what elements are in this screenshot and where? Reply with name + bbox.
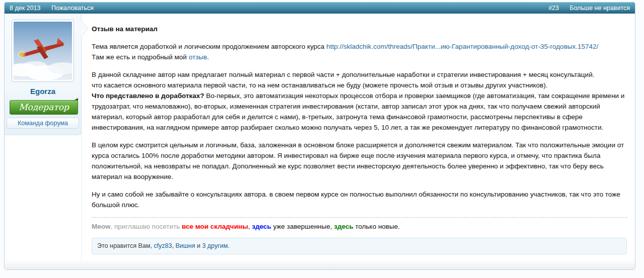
forum-post: 8 дек 2013 Пожаловаться #23 Больше не нр… (4, 2, 635, 270)
signature-link-finished[interactable]: здесь (252, 223, 271, 230)
text-segment: уже завершенные, (271, 223, 334, 230)
liker-link-2[interactable]: Вишня (175, 242, 195, 249)
message-content: Отзыв на материал Тема является доработк… (82, 14, 635, 259)
unlike-link[interactable]: Больше не нравится (569, 5, 630, 12)
text-segment: . (207, 53, 209, 61)
plane-avatar-image (14, 22, 72, 80)
user-info-block: Egorza Модератор Команда форума (5, 14, 82, 135)
signature-author: Meow (92, 223, 111, 230)
text-segment: В данной складчине автор нам предлагает … (92, 71, 594, 78)
moderator-banner: Модератор (10, 100, 78, 115)
paragraph-conclusion: В целом курс смотрится цельным и логичны… (92, 140, 627, 182)
text-segment: , приглашаю посетить (111, 223, 182, 230)
post-footer (5, 259, 635, 269)
post-header-right: #23 Больше не нравится (539, 5, 630, 12)
post-title: Отзыв на материал (92, 24, 627, 34)
text-segment: Тема является доработкой и логическим пр… (92, 43, 326, 50)
post-header-left: 8 дек 2013 Пожаловаться (10, 5, 103, 12)
text-segment: . (228, 242, 229, 249)
signature: Meow, приглашаю посетить все мои складчи… (92, 217, 627, 232)
paragraph-consultations: Ну и само собой не забывайте о консульта… (92, 189, 627, 210)
post-date-link[interactable]: 8 дек 2013 (10, 5, 40, 12)
paragraph-details: В данной складчине автор нам предлагает … (92, 69, 627, 133)
user-title: Команда форума (7, 118, 79, 129)
paragraph-intro: Тема является доработкой и логическим пр… (92, 41, 627, 62)
text-segment: и (195, 242, 202, 249)
likes-bar: Это нравится Вам, cfyz83, Вишня и 3 друг… (92, 238, 627, 254)
bold-question: Что представлено в доработках? (92, 92, 204, 100)
signature-link-all[interactable]: все мои складчины (182, 223, 248, 230)
post-header: 8 дек 2013 Пожаловаться #23 Больше не нр… (5, 2, 635, 14)
message-arrow (81, 21, 88, 37)
signature-link-new[interactable]: здесь (334, 223, 353, 230)
liker-link-1[interactable]: cfyz83 (154, 242, 172, 249)
username-link[interactable]: Egorza (5, 87, 81, 96)
report-link[interactable]: Пожаловаться (51, 5, 94, 12)
post-main: Egorza Модератор Команда форума Отзыв на… (5, 14, 635, 259)
avatar[interactable] (12, 20, 74, 82)
text-segment: Там же есть и подробный мой (92, 53, 189, 61)
likers-others-link[interactable]: 3 другим (202, 242, 228, 249)
course-link[interactable]: http://skladchik.com/threads/Практи...ию… (326, 43, 598, 50)
review-link[interactable]: отзыв (189, 53, 207, 61)
text-segment: что касается основного материала первой … (92, 81, 547, 89)
user-info-panel: Egorza Модератор Команда форума (5, 14, 82, 259)
text-segment: только новые. (353, 223, 400, 230)
text-segment: Это нравится Вам, (97, 242, 154, 249)
post-number-link[interactable]: #23 (548, 5, 559, 12)
